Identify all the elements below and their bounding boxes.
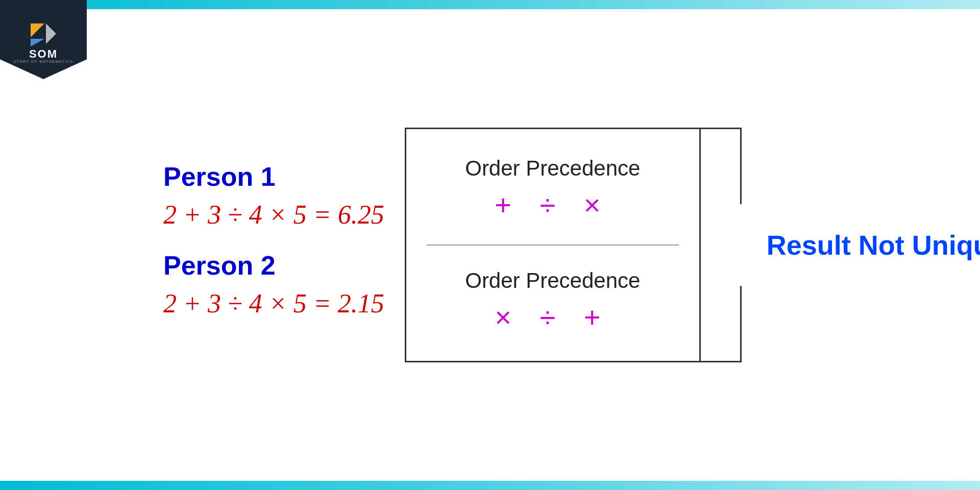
left-panel: Person 1 2 + 3 ÷ 4 × 5 = 6.25 Person 2 2… [163,161,384,329]
top-precedence-operators: + ÷ × [427,188,679,222]
bottom-precedence-section: Order Precedence × ÷ + [427,268,679,334]
result-label: Result Not Unique [767,229,980,261]
bottom-precedence-operators: × ÷ + [427,301,679,334]
main-content: Person 1 2 + 3 ÷ 4 × 5 = 6.25 Person 2 2… [0,9,980,481]
bottom-precedence-title: Order Precedence [427,268,679,293]
person2-label: Person 2 [163,250,384,281]
box-right-line-top [740,128,742,204]
person1-label: Person 1 [163,161,384,192]
person2-equation: 2 + 3 ÷ 4 × 5 = 2.15 [163,288,384,318]
box-top-notch [699,128,740,129]
person1-equation: 2 + 3 ÷ 4 × 5 = 6.25 [163,200,384,230]
top-precedence-title: Order Precedence [427,156,679,181]
box-bottom-notch [699,361,740,362]
content-layout: Person 1 2 + 3 ÷ 4 × 5 = 6.25 Person 2 2… [133,128,847,362]
box-container: Order Precedence + ÷ × Order Precedence … [405,128,701,362]
top-bar [0,0,980,9]
precedence-box: Order Precedence + ÷ × Order Precedence … [405,128,701,362]
bottom-bar [0,481,980,490]
divider-line [427,244,679,246]
box-right-line-bottom [740,286,742,362]
top-precedence-section: Order Precedence + ÷ × [427,156,679,222]
